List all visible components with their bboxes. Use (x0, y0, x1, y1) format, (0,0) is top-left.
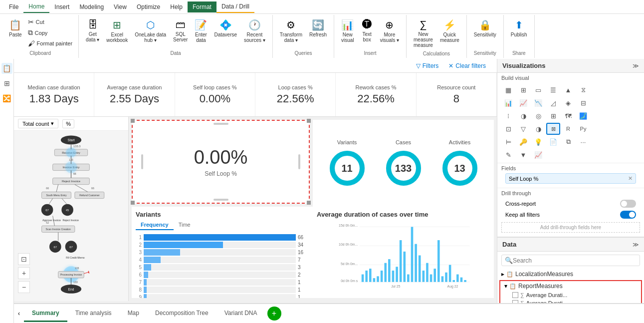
left-sidebar: 📋 ⊞ 🔀 (0, 59, 14, 60)
enter-data-icon: 📝 (195, 19, 207, 31)
new-measure-label: Newmeasuremeasure (414, 31, 433, 48)
copy-label: Copy (35, 30, 48, 36)
excel-button[interactable]: ⊞ Excelworkbook (103, 17, 131, 45)
visualizations-header: Visualizations ≫ (497, 59, 644, 60)
excel-icon: ⊞ (113, 19, 121, 31)
get-data-button[interactable]: 🗄 Getdata ▾ (83, 17, 102, 44)
cut-button[interactable]: ✂ Cut (26, 17, 75, 27)
refresh-label: Refresh (309, 32, 327, 37)
menu-data-drill[interactable]: Data / Drill (216, 1, 254, 13)
menu-format[interactable]: Format (188, 1, 216, 12)
transform-label: Transformdata ▾ (280, 32, 302, 43)
quick-measure-button[interactable]: ⚡ Quickmeasure (437, 17, 462, 45)
excel-label: Excelworkbook (106, 32, 128, 43)
sensitivity-button[interactable]: 🔒 Sensitivity (471, 17, 499, 39)
ribbon-clipboard-group: 📋 Paste ✂ Cut ⧉ Copy 🖌 Format painter Cl… (2, 15, 79, 58)
textbox-icon: 🅣 (362, 19, 372, 30)
clipboard-small-btns: ✂ Cut ⧉ Copy 🖌 Format painter (26, 17, 75, 48)
menu-view[interactable]: View (109, 1, 132, 12)
recent-sources-label: Recentsources ▾ (244, 32, 265, 43)
recent-sources-button[interactable]: 🕐 Recentsources ▾ (241, 17, 268, 45)
refresh-icon: 🔄 (312, 19, 324, 31)
quick-measure-label: Quickmeasure (440, 32, 459, 43)
ribbon-calculations-group: ∑ Newmeasuremeasure ⚡ Quickmeasure Calcu… (407, 15, 467, 58)
more-visuals-label: Morevisuals ▾ (380, 32, 399, 43)
new-visual-button[interactable]: 📊 Newvisual (338, 17, 357, 45)
sql-button[interactable]: 🗃 SQLServer (170, 17, 191, 44)
onelake-icon: ⬡ (146, 19, 155, 31)
ribbon-queries-items: ⚙ Transformdata ▾ 🔄 Refresh (277, 17, 330, 49)
ribbon-insert-group: 📊 Newvisual 🅣 Textbox ⊕ Morevisuals ▾ In… (334, 15, 407, 58)
filter-bar: ▽ Filters ✕ Clear filters (14, 59, 497, 60)
onelake-label: OneLake datahub ▾ (135, 32, 166, 43)
ribbon-share-items: ⬆ Publish (508, 17, 530, 49)
get-data-label: Getdata ▾ (86, 31, 99, 42)
more-visuals-button[interactable]: ⊕ Morevisuals ▾ (377, 17, 402, 45)
ribbon-sensitivity-items: 🔒 Sensitivity (471, 17, 499, 49)
new-measure-button[interactable]: ∑ Newmeasuremeasure (411, 17, 436, 50)
data-group-label: Data (170, 49, 181, 56)
recent-sources-icon: 🕐 (248, 19, 261, 31)
copy-icon: ⧉ (28, 28, 33, 37)
menu-insert[interactable]: Insert (49, 1, 74, 12)
ribbon-data-group: 🗄 Getdata ▾ ⊞ Excelworkbook ⬡ OneLake da… (79, 15, 273, 58)
share-group-label: Share (512, 49, 526, 56)
right-panel: Visualizations ≫ Build visual ▦ ⊞ ▭ ☰ ▲ … (497, 59, 644, 60)
publish-button[interactable]: ⬆ Publish (508, 17, 530, 39)
format-painter-label: Format painter (37, 40, 73, 46)
clipboard-group-label: Clipboard (29, 49, 51, 56)
ribbon: 📋 Paste ✂ Cut ⧉ Copy 🖌 Format painter Cl… (0, 14, 644, 60)
refresh-button[interactable]: 🔄 Refresh (306, 17, 330, 39)
cut-label: Cut (36, 19, 44, 25)
insert-group-label: Insert (364, 49, 377, 56)
menu-help[interactable]: Help (165, 1, 188, 12)
enter-data-label: Enterdata (195, 32, 207, 43)
calculations-group-label: Calculations (423, 50, 450, 56)
ribbon-data-items: 🗄 Getdata ▾ ⊞ Excelworkbook ⬡ OneLake da… (83, 17, 268, 49)
sensitivity-icon: 🔒 (479, 19, 491, 31)
new-visual-icon: 📊 (341, 19, 354, 31)
sensitivity-group-label: Sensitivity (474, 49, 496, 56)
get-data-icon: 🗄 (88, 19, 98, 30)
main-content: ▽ Filters ✕ Clear filters Median case du… (14, 59, 644, 60)
ribbon-share-group: ⬆ Publish Share (504, 15, 535, 58)
menu-modeling[interactable]: Modeling (74, 1, 109, 12)
sensitivity-label: Sensitivity (474, 32, 496, 37)
transform-data-button[interactable]: ⚙ Transformdata ▾ (277, 17, 305, 45)
paste-label: Paste (9, 32, 22, 37)
new-measure-icon: ∑ (420, 19, 427, 30)
publish-label: Publish (511, 32, 527, 37)
menu-optimize[interactable]: Optimize (132, 1, 165, 12)
quick-measure-icon: ⚡ (443, 19, 456, 31)
menu-file[interactable]: File (4, 1, 23, 12)
canvas-area: ▽ Filters ✕ Clear filters Median case du… (14, 59, 497, 60)
sql-icon: 🗃 (176, 19, 186, 30)
cut-icon: ✂ (28, 18, 34, 26)
dataverse-label: Dataverse (214, 32, 237, 37)
queries-group-label: Queries (294, 49, 312, 56)
textbox-label: Textbox (362, 31, 371, 42)
dataverse-icon: 💠 (219, 19, 232, 31)
menu-bar: File Home Insert Modeling View Optimize … (0, 0, 644, 14)
publish-icon: ⬆ (515, 19, 523, 31)
format-painter-icon: 🖌 (28, 39, 35, 47)
sql-label: SQLServer (173, 31, 188, 42)
ribbon-clipboard-items: 📋 Paste ✂ Cut ⧉ Copy 🖌 Format painter (6, 17, 74, 49)
menu-home[interactable]: Home (23, 1, 49, 13)
more-visuals-icon: ⊕ (385, 19, 394, 31)
ribbon-queries-group: ⚙ Transformdata ▾ 🔄 Refresh Queries (273, 15, 334, 58)
dataverse-button[interactable]: 💠 Dataverse (211, 17, 240, 39)
transform-icon: ⚙ (286, 19, 295, 31)
new-visual-label: Newvisual (341, 32, 354, 43)
ribbon-sensitivity-group: 🔒 Sensitivity Sensitivity (467, 15, 504, 58)
onelake-button[interactable]: ⬡ OneLake datahub ▾ (132, 17, 169, 45)
paste-icon: 📋 (9, 19, 21, 31)
enter-data-button[interactable]: 📝 Enterdata (192, 17, 210, 45)
visualizations-section: Visualizations ≫ Build visual ▦ ⊞ ▭ ☰ ▲ … (497, 59, 644, 60)
paste-button[interactable]: 📋 Paste (6, 17, 25, 39)
ribbon-insert-items: 📊 Newvisual 🅣 Textbox ⊕ Morevisuals ▾ (338, 17, 402, 49)
ribbon-calculations-items: ∑ Newmeasuremeasure ⚡ Quickmeasure (411, 17, 462, 50)
copy-button[interactable]: ⧉ Copy (26, 27, 75, 38)
textbox-button[interactable]: 🅣 Textbox (358, 17, 376, 44)
format-painter-button[interactable]: 🖌 Format painter (26, 38, 75, 48)
